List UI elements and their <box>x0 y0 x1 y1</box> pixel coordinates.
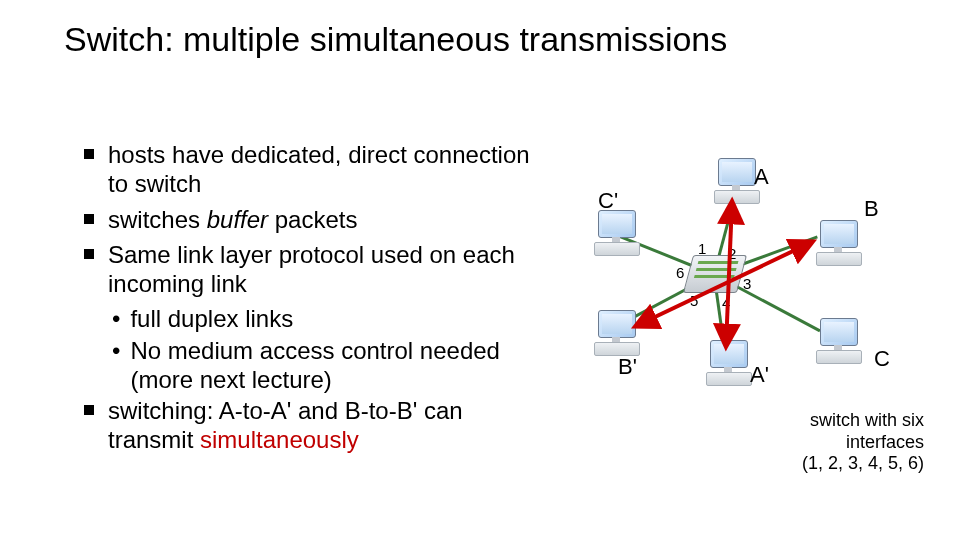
caption-line: interfaces <box>724 432 924 454</box>
sub-bullet-item: •full duplex links <box>112 304 544 333</box>
host-label-b: B <box>864 196 879 222</box>
sub-bullet-marker-icon: • <box>112 304 120 333</box>
port-label-1: 1 <box>698 240 706 257</box>
port-label-6: 6 <box>676 264 684 281</box>
network-diagram: 1 2 3 4 5 6 A B C A' B' C' switch <box>580 160 940 480</box>
slide: Switch: multiple simultaneous transmissi… <box>0 0 960 540</box>
caption-line: switch with six <box>724 410 924 432</box>
slide-title: Switch: multiple simultaneous transmissi… <box>64 20 727 59</box>
caption-line: (1, 2, 3, 4, 5, 6) <box>724 453 924 475</box>
bullet-item: switching: A-to-A' and B-to-B' can trans… <box>84 396 544 455</box>
port-label-5: 5 <box>690 292 698 309</box>
bullet-text: switching: A-to-A' and B-to-B' can trans… <box>108 396 544 455</box>
switch-icon <box>683 255 747 293</box>
sub-bullet-marker-icon: • <box>112 336 120 395</box>
bullet-marker-icon <box>84 149 94 159</box>
diagram-caption: switch with six interfaces (1, 2, 3, 4, … <box>724 410 924 475</box>
port-label-2: 2 <box>728 245 736 262</box>
host-label-a: A <box>754 164 769 190</box>
bullet-text: switches buffer packets <box>108 205 357 234</box>
bullet-marker-icon <box>84 214 94 224</box>
host-bp-icon <box>590 310 642 356</box>
host-c-icon <box>812 318 864 364</box>
sub-bullet-text: full duplex links <box>130 304 293 333</box>
bullet-list: hosts have dedicated, direct connection … <box>84 140 544 461</box>
emphasis-simultaneously: simultaneously <box>200 426 359 453</box>
bullet-item: hosts have dedicated, direct connection … <box>84 140 544 199</box>
bullet-item: Same link layer protocol used on each in… <box>84 240 544 299</box>
bullet-text: Same link layer protocol used on each in… <box>108 240 544 299</box>
bullet-marker-icon <box>84 249 94 259</box>
port-label-3: 3 <box>743 275 751 292</box>
host-label-c: C <box>874 346 890 372</box>
host-ap-icon <box>702 340 754 386</box>
sub-bullet-text: No medium access control needed (more ne… <box>130 336 544 395</box>
host-b-icon <box>812 220 864 266</box>
host-label-bp: B' <box>618 354 637 380</box>
emphasis-buffer: buffer <box>207 206 268 233</box>
host-label-cp: C' <box>598 188 618 214</box>
bullet-item: switches buffer packets <box>84 205 544 234</box>
port-label-4: 4 <box>722 294 730 311</box>
sub-bullet-list: •full duplex links •No medium access con… <box>112 304 544 394</box>
bullet-marker-icon <box>84 405 94 415</box>
host-label-ap: A' <box>750 362 769 388</box>
bullet-text: hosts have dedicated, direct connection … <box>108 140 544 199</box>
sub-bullet-item: •No medium access control needed (more n… <box>112 336 544 395</box>
host-cp-icon <box>590 210 642 256</box>
